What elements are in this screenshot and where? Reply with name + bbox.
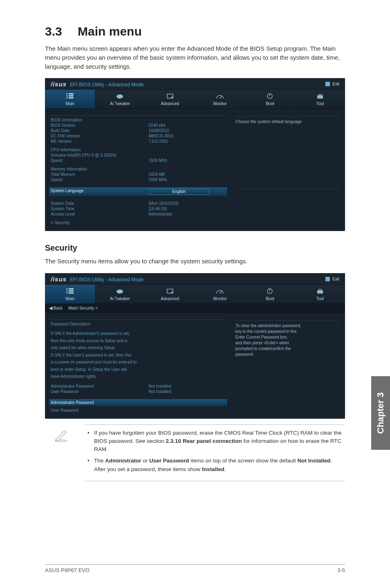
cloud-icon xyxy=(116,288,124,294)
tab-main[interactable]: Main xyxy=(45,90,95,108)
bios-brand: /isus EFI BIOS Utility - Advanced Mode xyxy=(51,81,143,88)
svg-rect-18 xyxy=(66,292,68,294)
list-icon xyxy=(66,93,74,99)
bios-header: /isus EFI BIOS Utility - Advanced Mode E… xyxy=(45,78,345,89)
user-password-item[interactable]: User Password xyxy=(51,408,226,413)
tab-boot[interactable]: Boot xyxy=(245,285,295,303)
svg-rect-1 xyxy=(69,93,74,94)
cpu-info-label: CPU Information xyxy=(51,148,149,152)
user-password-status-value: Not Installed xyxy=(149,389,226,394)
security-submenu[interactable]: > Security xyxy=(51,220,226,225)
admin-password-item-label: Administrator Password xyxy=(51,400,226,405)
access-level-label: Access Level xyxy=(51,212,149,216)
asus-logo: /isus xyxy=(51,276,67,283)
help-line: Enter Current Password box, xyxy=(235,334,339,340)
svg-rect-16 xyxy=(66,290,68,292)
system-time-label: System Time xyxy=(51,206,149,211)
exit-button[interactable]: Exit xyxy=(325,82,339,86)
description-line: only asked for when entering Setup xyxy=(51,344,226,352)
admin-password-status-label: Administrator Password xyxy=(51,384,149,388)
tab-advanced[interactable]: Advanced xyxy=(145,285,195,303)
svg-point-20 xyxy=(117,290,123,294)
tab-main-label: Main xyxy=(65,296,74,301)
svg-rect-4 xyxy=(66,97,68,99)
mem-speed-value: 1066 MHz xyxy=(149,177,226,182)
system-time-value[interactable]: [16:46:15] xyxy=(149,206,226,211)
help-line: password. xyxy=(235,352,339,357)
help-text: Choose the system default language xyxy=(235,119,339,125)
bios-main-screenshot: /isus EFI BIOS Utility - Advanced Mode E… xyxy=(45,78,345,231)
svg-rect-2 xyxy=(66,95,68,97)
tab-monitor-label: Monitor xyxy=(213,296,226,301)
note-block: If you have forgotten your BIOS password… xyxy=(45,424,345,481)
system-language-value: English xyxy=(149,189,209,195)
system-date-label: System Date xyxy=(51,201,149,206)
build-date-label: Build Date xyxy=(51,128,149,133)
page-footer: ASUS P8P67 EVO 3-5 xyxy=(45,564,345,573)
tab-boot[interactable]: Boot xyxy=(245,90,295,108)
bios-security-panel: Password Description If ONLY the Adminis… xyxy=(51,318,230,413)
bios-utility-title: EFI BIOS Utility - Advanced Mode xyxy=(70,82,143,88)
svg-rect-27 xyxy=(319,289,321,290)
tab-advanced[interactable]: Advanced xyxy=(145,90,195,108)
svg-rect-17 xyxy=(69,290,74,292)
me-version-value: 7.0.0.1061 xyxy=(149,139,226,144)
bios-help-panel: To clear the administrator password, key… xyxy=(230,318,339,413)
footer-product: ASUS P8P67 EVO xyxy=(45,567,90,573)
tab-monitor[interactable]: Monitor xyxy=(195,285,245,303)
ec-fw-value: MBECE-0015 xyxy=(149,134,226,138)
chip-icon xyxy=(166,93,174,99)
cloud-icon xyxy=(116,93,124,99)
tab-tool[interactable]: Tool xyxy=(295,90,345,108)
tab-boot-label: Boot xyxy=(266,101,274,106)
bios-information-label: BIOS Information xyxy=(51,118,149,122)
gauge-icon xyxy=(216,288,224,294)
tab-monitor[interactable]: Monitor xyxy=(195,90,245,108)
exit-label: Exit xyxy=(332,82,339,86)
tab-ai-tweaker[interactable]: Ai Tweaker xyxy=(95,90,145,108)
description-line: If ONLY the Administrator's password is … xyxy=(51,330,226,337)
note-item: If you have forgotten your BIOS password… xyxy=(87,429,343,454)
tab-main[interactable]: Main xyxy=(45,285,95,303)
description-line: boot or enter Setup. In Setup the User w… xyxy=(51,366,226,373)
tab-boot-label: Boot xyxy=(266,296,274,301)
pencil-note-icon xyxy=(45,424,78,443)
total-mem-value: 1024 MB xyxy=(149,172,226,177)
chevron-right-icon: > xyxy=(51,220,53,225)
security-submenu-label: Security xyxy=(55,220,69,225)
help-line: prompted to create/confirm the xyxy=(235,346,339,352)
svg-line-9 xyxy=(220,96,222,99)
bios-brand: /isus EFI BIOS Utility - Advanced Mode xyxy=(51,276,143,283)
breadcrumb-path: Main\ Security > xyxy=(68,306,98,310)
help-line: key in the current password in the xyxy=(235,329,339,334)
exit-label: Exit xyxy=(332,277,339,281)
tab-advanced-label: Advanced xyxy=(161,296,179,301)
description-line: If ONLY the User's password is set, then… xyxy=(51,352,226,359)
admin-password-item[interactable]: Administrator Password xyxy=(49,399,227,406)
bios-utility-title: EFI BIOS Utility - Advanced Mode xyxy=(70,277,143,283)
system-language-row[interactable]: System Language English xyxy=(49,187,227,196)
bios-header: /isus EFI BIOS Utility - Advanced Mode E… xyxy=(45,273,345,284)
svg-point-8 xyxy=(171,97,173,98)
tab-ai-tweaker-label: Ai Tweaker xyxy=(110,296,130,301)
power-icon xyxy=(266,93,274,99)
help-line: and then press <Enter> when xyxy=(235,340,339,346)
bios-help-panel: Choose the system default language xyxy=(230,114,339,225)
cpu-speed-label: Speed xyxy=(51,158,149,163)
bios-main-panel: BIOS Information BIOS Version0240 x64 Bu… xyxy=(51,114,230,225)
admin-password-status-value: Not Installed xyxy=(149,384,226,388)
system-date-value[interactable]: [Mon 10/1/2010] xyxy=(149,201,226,206)
cpu-speed-value: 3100 MHz xyxy=(149,158,226,163)
tab-tool-label: Tool xyxy=(316,296,324,301)
mem-info-label: Memory Information xyxy=(51,167,149,171)
back-button[interactable]: ◀ Back xyxy=(49,305,63,311)
description-line: then this only limits access to Setup an… xyxy=(51,337,226,345)
exit-icon xyxy=(325,82,330,86)
intro-paragraph: The Main menu screen appears when you en… xyxy=(45,44,345,71)
tab-tool[interactable]: Tool xyxy=(295,285,345,303)
arrow-left-icon: ◀ xyxy=(49,305,52,310)
bios-tab-bar: Main Ai Tweaker Advanced Monitor Boot xyxy=(45,89,345,109)
exit-button[interactable]: Exit xyxy=(325,277,339,281)
tab-ai-tweaker[interactable]: Ai Tweaker xyxy=(95,285,145,303)
breadcrumb: ◀ Back Main\ Security > xyxy=(45,304,345,313)
